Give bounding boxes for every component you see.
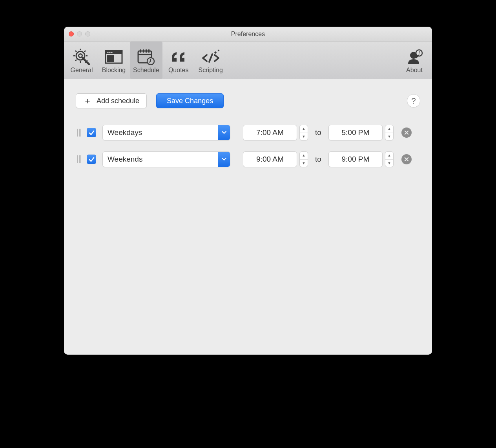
start-time-value: 7:00 AM — [256, 128, 284, 137]
add-schedule-button[interactable]: ＋ Add schedule — [76, 93, 147, 108]
window-layout-icon — [105, 48, 123, 66]
svg-line-8 — [75, 60, 77, 61]
start-time-stepper[interactable]: ▲ ▼ — [299, 125, 308, 140]
plus-icon: ＋ — [83, 97, 92, 105]
drag-handle-icon[interactable] — [76, 129, 83, 137]
calendar-clock-icon — [137, 48, 155, 66]
end-time-stepper[interactable]: ▲ ▼ — [385, 151, 394, 167]
period-select[interactable]: Weekdays — [102, 125, 230, 140]
end-time-input[interactable]: 5:00 PM — [328, 125, 383, 140]
chevron-down-icon — [218, 152, 230, 167]
chevron-down-icon — [218, 125, 230, 140]
tab-label: Quotes — [168, 67, 189, 74]
stepper-down-icon[interactable]: ▼ — [385, 133, 393, 140]
stepper-down-icon[interactable]: ▼ — [385, 160, 393, 167]
schedule-pane: ＋ Add schedule Save Changes ? Weekdays — [64, 79, 432, 355]
svg-line-9 — [84, 51, 86, 52]
svg-rect-20 — [146, 49, 147, 53]
tab-label: Blocking — [102, 67, 126, 74]
svg-point-1 — [79, 54, 82, 57]
gear-icon — [73, 48, 90, 66]
start-time-value: 9:00 AM — [256, 155, 284, 164]
tab-label: Schedule — [133, 67, 159, 74]
svg-line-23 — [209, 54, 212, 62]
end-time-value: 5:00 PM — [341, 128, 369, 137]
svg-point-14 — [111, 51, 112, 53]
schedule-row: Weekdays 7:00 AM ▲ ▼ to 5:00 PM — [76, 125, 420, 140]
tab-about[interactable]: i About — [398, 42, 430, 79]
stepper-down-icon[interactable]: ▼ — [300, 133, 308, 140]
save-changes-label: Save Changes — [167, 97, 213, 105]
stepper-up-icon[interactable]: ▲ — [385, 152, 393, 160]
period-select[interactable]: Weekends — [102, 151, 230, 167]
code-icon — [201, 48, 221, 66]
tab-blocking[interactable]: Blocking — [98, 42, 130, 79]
schedule-enabled-checkbox[interactable] — [87, 155, 96, 164]
end-time-stepper[interactable]: ▲ ▼ — [385, 125, 394, 140]
zoom-window-button[interactable] — [85, 31, 90, 36]
delete-schedule-button[interactable] — [401, 154, 412, 164]
tab-schedule[interactable]: Schedule — [130, 42, 162, 79]
titlebar: Preferences — [64, 27, 432, 42]
period-value: Weekends — [103, 155, 142, 164]
tab-label: General — [71, 67, 93, 74]
schedule-row: Weekends 9:00 AM ▲ ▼ to 9:00 PM — [76, 151, 420, 167]
end-time-input[interactable]: 9:00 PM — [328, 151, 383, 167]
tab-label: About — [406, 67, 423, 74]
schedule-enabled-checkbox[interactable] — [87, 128, 96, 137]
svg-line-6 — [75, 51, 77, 52]
action-row: ＋ Add schedule Save Changes ? — [76, 93, 420, 108]
svg-point-12 — [107, 51, 108, 53]
svg-rect-21 — [148, 49, 150, 53]
stepper-up-icon[interactable]: ▲ — [300, 125, 308, 133]
period-value: Weekdays — [103, 128, 142, 137]
window-title: Preferences — [64, 31, 432, 38]
minimize-window-button[interactable] — [77, 31, 82, 36]
tab-scripting[interactable]: Scripting — [195, 42, 227, 79]
svg-rect-15 — [107, 55, 114, 62]
to-label: to — [315, 155, 321, 164]
help-icon: ? — [411, 97, 416, 106]
close-window-button[interactable] — [69, 31, 74, 36]
drag-handle-icon[interactable] — [76, 155, 83, 163]
start-time-input[interactable]: 7:00 AM — [243, 125, 297, 140]
stepper-up-icon[interactable]: ▲ — [385, 125, 393, 133]
person-info-icon: i — [406, 48, 423, 66]
traffic-lights — [69, 31, 90, 36]
tab-label: Scripting — [199, 67, 223, 74]
stepper-up-icon[interactable]: ▲ — [300, 152, 308, 160]
schedule-list: Weekdays 7:00 AM ▲ ▼ to 5:00 PM — [76, 125, 420, 167]
start-time-stepper[interactable]: ▲ ▼ — [299, 151, 308, 167]
tab-quotes[interactable]: Quotes — [162, 42, 195, 79]
svg-point-13 — [109, 51, 110, 53]
start-time-input[interactable]: 9:00 AM — [243, 151, 297, 167]
quotes-icon — [170, 48, 188, 66]
delete-schedule-button[interactable] — [401, 127, 412, 138]
save-changes-button[interactable]: Save Changes — [156, 93, 224, 108]
preferences-window: Preferences — [64, 27, 432, 355]
svg-rect-19 — [143, 49, 144, 53]
toolbar: General Blocking — [64, 42, 432, 79]
help-button[interactable]: ? — [407, 94, 420, 107]
svg-rect-18 — [140, 49, 141, 53]
end-time-value: 9:00 PM — [341, 155, 369, 164]
to-label: to — [315, 128, 321, 137]
stepper-down-icon[interactable]: ▼ — [300, 160, 308, 167]
tab-general[interactable]: General — [66, 42, 98, 79]
add-schedule-label: Add schedule — [97, 97, 139, 105]
